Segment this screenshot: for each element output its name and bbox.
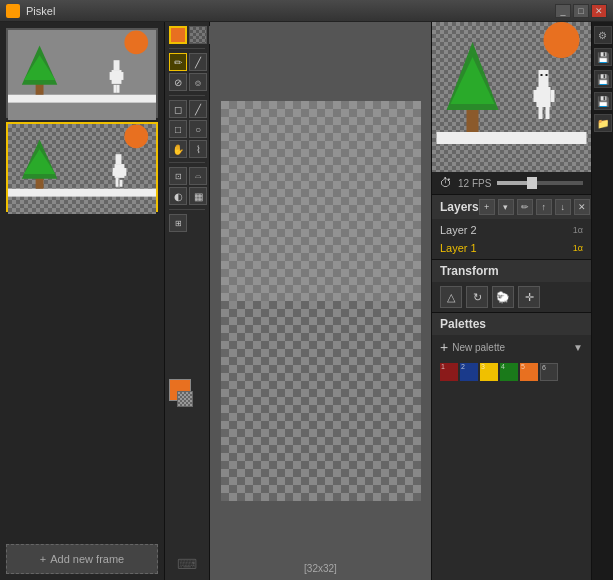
svg-rect-21 xyxy=(119,180,122,187)
titlebar-left: Piskel xyxy=(6,4,55,18)
fps-slider-thumb[interactable] xyxy=(527,177,537,189)
add-frame-button[interactable]: + Add new frame xyxy=(6,544,158,574)
eyedropper-tool-button[interactable]: ⌇ xyxy=(189,140,207,158)
save-button-2[interactable]: 💾 xyxy=(594,70,612,88)
dither-row: ⊞ xyxy=(169,214,205,232)
palette-color-4[interactable]: 4 xyxy=(500,363,518,381)
fps-slider[interactable] xyxy=(497,181,583,185)
delete-layer-button[interactable]: ✕ xyxy=(574,199,590,215)
flip-h-button[interactable]: △ xyxy=(440,286,462,308)
arc-tool-button[interactable]: ◐ xyxy=(169,187,187,205)
window-controls[interactable]: _ □ ✕ xyxy=(555,4,607,18)
fps-label: 12 FPS xyxy=(458,178,491,189)
frame-thumb-2 xyxy=(8,124,156,214)
layer-2-num: 1α xyxy=(573,225,583,235)
add-frame-label: Add new frame xyxy=(50,553,124,565)
color-section xyxy=(169,375,205,413)
svg-marker-25 xyxy=(451,57,495,104)
palette-color-3[interactable]: 3 xyxy=(480,363,498,381)
svg-rect-6 xyxy=(114,60,120,70)
save-button-3[interactable]: 💾 xyxy=(594,92,612,110)
svg-point-26 xyxy=(544,22,580,58)
frame-item-1[interactable]: 1 xyxy=(6,28,158,118)
add-layer-button[interactable]: + xyxy=(479,199,495,215)
svg-rect-7 xyxy=(110,72,113,80)
svg-rect-30 xyxy=(551,90,555,102)
svg-rect-9 xyxy=(114,85,117,93)
frames-panel: 1 xyxy=(0,22,165,580)
expand-button[interactable]: ✛ xyxy=(518,286,540,308)
svg-rect-11 xyxy=(8,189,156,197)
palette-add-icon[interactable]: + xyxy=(440,339,448,355)
select-tool-button[interactable]: ⊡ xyxy=(169,167,187,185)
rotate-button[interactable]: ↻ xyxy=(466,286,488,308)
transform-tools: △ ↻ 🐑 ✛ xyxy=(432,282,591,312)
palette-color-2[interactable]: 2 xyxy=(460,363,478,381)
tools-panel: ✏ ╱ ⊘ ⌾ ◻ ╱ □ ○ ✋ ⌇ ⊡ ⌓ ◐ xyxy=(165,22,210,580)
palette-color-6-num: 6 xyxy=(542,364,546,371)
stroke-tool-button[interactable]: ⌾ xyxy=(189,73,207,91)
palette-color-1[interactable]: 1 xyxy=(440,363,458,381)
palette-add-row: + New palette ▼ xyxy=(432,335,591,359)
secondary-color-swatch[interactable] xyxy=(177,391,193,407)
move-tool-button[interactable]: ✋ xyxy=(169,140,187,158)
palette-dropdown[interactable]: New palette ▼ xyxy=(452,342,583,353)
scale-button[interactable]: 🐑 xyxy=(492,286,514,308)
move-row: ✋ ⌇ xyxy=(169,140,205,158)
layers-list: Layer 2 1α Layer 1 1α xyxy=(432,219,591,259)
titlebar: Piskel _ □ ✕ xyxy=(0,0,613,22)
line-tool-button[interactable]: ╱ xyxy=(189,53,207,71)
edit-layer-button[interactable]: ✏ xyxy=(517,199,533,215)
svg-rect-33 xyxy=(541,74,543,76)
svg-rect-27 xyxy=(537,87,551,107)
close-button[interactable]: ✕ xyxy=(591,4,607,18)
pen-tool-button[interactable]: ✏ xyxy=(169,53,187,71)
color-swatch-1[interactable] xyxy=(169,26,187,44)
palette-color-6[interactable]: 6 xyxy=(540,363,558,381)
tool-divider-3 xyxy=(169,162,205,163)
layer-item-1[interactable]: Layer 1 1α xyxy=(432,239,591,257)
svg-rect-20 xyxy=(116,178,119,187)
move-layer-up-button[interactable]: ↑ xyxy=(536,199,552,215)
svg-rect-5 xyxy=(112,70,122,84)
side-icons: ⚙ 💾 💾 💾 📁 xyxy=(591,22,613,580)
minimize-button[interactable]: _ xyxy=(555,4,571,18)
maximize-button[interactable]: □ xyxy=(573,4,589,18)
ellipse-tool-button[interactable]: ○ xyxy=(189,120,207,138)
svg-rect-19 xyxy=(123,168,126,176)
fps-icon: ⏱ xyxy=(440,176,452,190)
svg-rect-22 xyxy=(437,132,587,144)
svg-rect-0 xyxy=(8,95,156,103)
folder-button[interactable]: 📁 xyxy=(594,114,612,132)
tool-divider-2 xyxy=(169,95,205,96)
layers-actions: + ▾ ✏ ↑ ↓ ✕ 👁 xyxy=(479,199,609,215)
fill-tool-button[interactable]: ⊘ xyxy=(169,73,187,91)
svg-rect-18 xyxy=(113,168,116,176)
checker-tool-button[interactable]: ▦ xyxy=(189,187,207,205)
color-swatch-2[interactable] xyxy=(189,26,207,44)
layer-menu-button[interactable]: ▾ xyxy=(498,199,514,215)
pen-tools-row: ✏ ╱ xyxy=(169,53,205,71)
rect-tool-button[interactable]: □ xyxy=(169,120,187,138)
palettes-title: Palettes xyxy=(440,317,486,331)
lasso-tool-button[interactable]: ⌓ xyxy=(189,167,207,185)
fps-bar: ⏱ 12 FPS xyxy=(432,172,591,194)
app-title: Piskel xyxy=(26,5,55,17)
settings-button[interactable]: ⚙ xyxy=(594,26,612,44)
tool-divider-4 xyxy=(169,209,205,210)
eraser-tool-button[interactable]: ◻ xyxy=(169,100,187,118)
dither-tool-button[interactable]: ⊞ xyxy=(169,214,187,232)
palette-color-5[interactable]: 5 xyxy=(520,363,538,381)
frame-item-2[interactable]: 2 xyxy=(6,122,158,212)
canvas-grid[interactable] xyxy=(221,101,421,501)
save-button-1[interactable]: 💾 xyxy=(594,48,612,66)
svg-rect-17 xyxy=(116,154,122,164)
layer-item-2[interactable]: Layer 2 1α xyxy=(432,221,591,239)
right-panel: ⏱ 12 FPS Layers + ▾ ✏ ↑ ↓ ✕ 👁 Layer 2 xyxy=(431,22,591,580)
pencil-tool-button[interactable]: ╱ xyxy=(189,100,207,118)
svg-marker-3 xyxy=(24,55,56,80)
palette-new-label: New palette xyxy=(452,342,505,353)
palette-colors: 1 2 3 4 5 6 xyxy=(432,359,591,385)
move-layer-down-button[interactable]: ↓ xyxy=(555,199,571,215)
layers-section-header: Layers + ▾ ✏ ↑ ↓ ✕ 👁 xyxy=(432,194,591,219)
